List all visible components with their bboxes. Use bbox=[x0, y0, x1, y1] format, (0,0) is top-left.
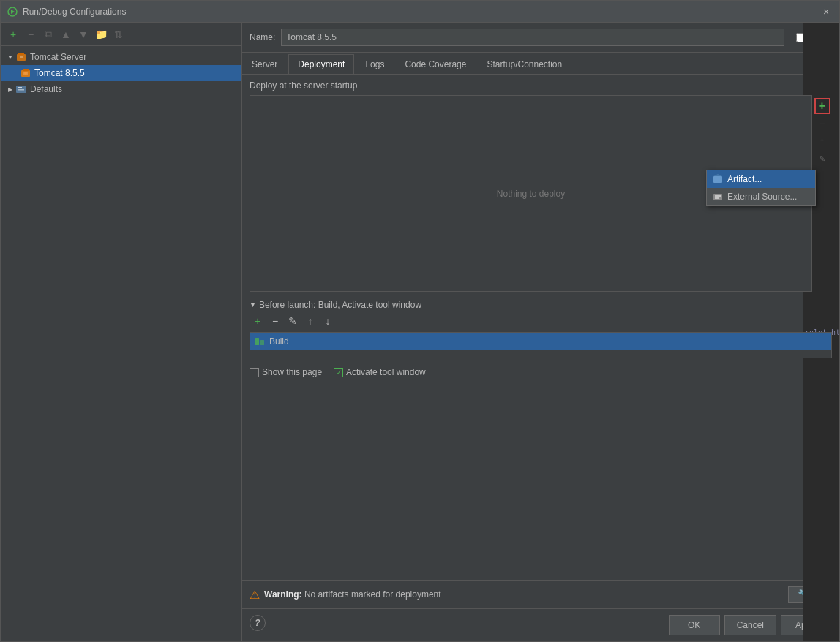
dropdown-artifact-item[interactable]: Artifact... bbox=[707, 170, 815, 188]
before-launch-remove-button[interactable]: − bbox=[267, 313, 283, 329]
before-launch-section: ▼ Before launch: Build, Activate tool wi… bbox=[242, 295, 839, 361]
config-tree: ▼ Tomcat Server bbox=[1, 46, 241, 641]
run-debug-configurations-dialog: Run/Debug Configurations × + − ⧉ ▲ ▼ 📁 ⇅… bbox=[0, 0, 840, 642]
move-down-config-button[interactable]: ▼ bbox=[75, 26, 91, 42]
deployment-dropdown-menu: Artifact... External Source... bbox=[706, 170, 816, 206]
name-row: Name: Share bbox=[242, 23, 839, 53]
warning-icon: ⚠ bbox=[250, 588, 260, 602]
checkbox-check-icon: ✓ bbox=[336, 369, 342, 377]
folder-config-button[interactable]: 📁 bbox=[93, 26, 109, 42]
before-launch-build-item[interactable]: Build bbox=[250, 333, 831, 350]
deployment-empty-text: Nothing to deploy bbox=[497, 189, 565, 199]
before-launch-header: ▼ Before launch: Build, Activate tool wi… bbox=[250, 300, 832, 310]
show-page-label: Show this page bbox=[262, 367, 322, 377]
show-page-checkbox[interactable] bbox=[250, 368, 259, 377]
svg-rect-18 bbox=[260, 340, 264, 345]
before-launch-down-button[interactable]: ↓ bbox=[320, 313, 336, 329]
svg-marker-13 bbox=[713, 174, 722, 176]
deployment-add-button[interactable]: + bbox=[814, 98, 830, 114]
remove-config-button[interactable]: − bbox=[23, 26, 39, 42]
tomcat-group-icon bbox=[15, 51, 27, 63]
name-label: Name: bbox=[250, 32, 275, 42]
svg-marker-1 bbox=[11, 10, 15, 14]
copy-config-button[interactable]: ⧉ bbox=[40, 26, 56, 42]
svg-rect-11 bbox=[18, 89, 24, 91]
right-panel: rvlet.ht Name: Share Server Deployment L… bbox=[242, 23, 839, 641]
name-input[interactable] bbox=[281, 29, 784, 46]
svg-rect-6 bbox=[23, 69, 29, 71]
tree-item-tomcat-server-group[interactable]: ▼ Tomcat Server bbox=[1, 49, 241, 65]
tree-item-defaults[interactable]: ▶ Defaults bbox=[1, 81, 241, 97]
before-launch-list: Build bbox=[250, 332, 832, 358]
cancel-button[interactable]: Cancel bbox=[724, 615, 776, 635]
tab-server[interactable]: Server bbox=[242, 54, 287, 74]
deployment-tab-content: Deploy at the server startup Nothing to … bbox=[242, 75, 839, 580]
before-launch-toolbar: + − ✎ ↑ ↓ bbox=[250, 313, 832, 329]
deployment-remove-button[interactable]: − bbox=[814, 116, 830, 132]
activate-tool-window-label: Activate tool window bbox=[346, 367, 426, 377]
tab-startup-connection[interactable]: Startup/Connection bbox=[477, 54, 571, 74]
tree-arrow-tomcat-group: ▼ bbox=[5, 52, 15, 62]
deployment-header: Deploy at the server startup bbox=[242, 75, 839, 95]
checkboxes-row: Show this page ✓ Activate tool window bbox=[242, 361, 839, 383]
tree-arrow-defaults: ▶ bbox=[5, 84, 15, 94]
before-launch-edit-button[interactable]: ✎ bbox=[285, 313, 301, 329]
svg-rect-3 bbox=[18, 53, 24, 55]
dropdown-external-source-item[interactable]: External Source... bbox=[707, 188, 815, 205]
tomcat-version-label: Tomcat 8.5.5 bbox=[34, 68, 85, 78]
close-button[interactable]: × bbox=[819, 4, 833, 19]
svg-rect-10 bbox=[18, 87, 22, 88]
svg-point-8 bbox=[24, 72, 27, 75]
dialog-title: Run/Debug Configurations bbox=[23, 7, 819, 17]
dropdown-artifact-label: Artifact... bbox=[727, 174, 762, 184]
external-source-icon bbox=[713, 192, 723, 202]
tabs-row: Server Deployment Logs Code Coverage Sta… bbox=[242, 53, 839, 75]
tab-deployment[interactable]: Deployment bbox=[288, 54, 354, 74]
tree-item-tomcat-version[interactable]: Tomcat 8.5.5 bbox=[1, 65, 241, 81]
before-launch-add-button[interactable]: + bbox=[250, 313, 266, 329]
dialog-buttons: ? OK Cancel Apply bbox=[242, 608, 839, 641]
svg-rect-4 bbox=[20, 56, 23, 58]
title-bar: Run/Debug Configurations × bbox=[1, 1, 839, 23]
sidebar-toolbar: + − ⧉ ▲ ▼ 📁 ⇅ bbox=[1, 23, 241, 46]
main-content: + − ⧉ ▲ ▼ 📁 ⇅ ▼ bbox=[1, 23, 839, 641]
warning-detail: No artifacts marked for deployment bbox=[302, 589, 441, 600]
before-launch-up-button[interactable]: ↑ bbox=[302, 313, 318, 329]
defaults-icon bbox=[15, 83, 27, 95]
svg-rect-12 bbox=[713, 176, 722, 183]
show-page-checkbox-item[interactable]: Show this page bbox=[250, 367, 322, 377]
tomcat-version-icon bbox=[20, 67, 31, 79]
dialog-icon bbox=[7, 6, 18, 18]
sort-config-button[interactable]: ⇅ bbox=[110, 26, 127, 42]
before-launch-arrow: ▼ bbox=[250, 301, 256, 309]
move-up-config-button[interactable]: ▲ bbox=[58, 26, 74, 42]
deployment-move-up-button[interactable]: ↑ bbox=[814, 133, 830, 149]
build-icon bbox=[255, 336, 265, 347]
add-config-button[interactable]: + bbox=[5, 26, 21, 42]
activate-tool-window-checkbox[interactable]: ✓ bbox=[334, 368, 343, 377]
svg-rect-14 bbox=[713, 194, 722, 200]
warning-bar: ⚠ Warning: No artifacts marked for deplo… bbox=[242, 580, 839, 608]
dropdown-external-source-label: External Source... bbox=[727, 192, 797, 202]
svg-rect-17 bbox=[255, 338, 259, 345]
ok-button[interactable]: OK bbox=[669, 615, 720, 635]
build-item-label: Build bbox=[269, 336, 289, 347]
activate-tool-window-checkbox-item[interactable]: ✓ Activate tool window bbox=[334, 367, 426, 377]
tab-logs[interactable]: Logs bbox=[356, 54, 394, 74]
warning-bold: Warning: bbox=[264, 589, 302, 600]
warning-text: Warning: No artifacts marked for deploym… bbox=[264, 589, 784, 600]
before-launch-header-label: Before launch: Build, Activate tool wind… bbox=[259, 300, 421, 310]
artifact-icon bbox=[713, 174, 723, 184]
defaults-label: Defaults bbox=[30, 84, 62, 94]
sidebar: + − ⧉ ▲ ▼ 📁 ⇅ ▼ bbox=[1, 23, 242, 641]
tab-code-coverage[interactable]: Code Coverage bbox=[395, 54, 476, 74]
help-button[interactable]: ? bbox=[250, 615, 266, 631]
tomcat-server-group-label: Tomcat Server bbox=[30, 52, 86, 62]
deployment-edit-button[interactable]: ✎ bbox=[814, 151, 830, 167]
